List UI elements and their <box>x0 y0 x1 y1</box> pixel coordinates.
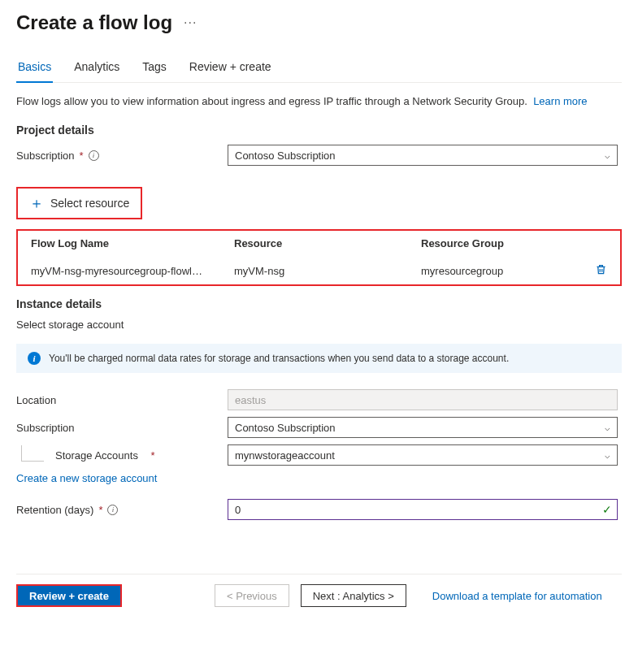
retention-value: 0 <box>235 504 241 516</box>
instance-subscription-label: Subscription <box>16 422 75 434</box>
col-resource-group: Resource Group <box>421 237 586 249</box>
select-resource-label: Select resource <box>50 197 129 210</box>
retention-label: Retention (days) <box>16 504 93 516</box>
retention-input[interactable]: 0 ✓ <box>228 499 618 520</box>
tab-tags[interactable]: Tags <box>141 55 168 82</box>
review-create-button[interactable]: Review + create <box>16 584 122 607</box>
create-storage-link[interactable]: Create a new storage account <box>16 472 157 484</box>
subscription-value: Contoso Subscription <box>235 150 336 162</box>
subscription-label: Subscription <box>16 150 75 162</box>
description-text: Flow logs allow you to view information … <box>16 95 527 107</box>
instance-details-heading: Instance details <box>16 297 622 310</box>
trash-icon <box>595 263 607 275</box>
col-flowlog-name: Flow Log Name <box>31 237 234 249</box>
more-actions-icon[interactable]: ··· <box>184 15 197 30</box>
required-indicator: * <box>80 150 84 162</box>
info-message: You'll be charged normal data rates for … <box>49 353 509 364</box>
learn-more-link[interactable]: Learn more <box>533 95 587 107</box>
chevron-down-icon: ⌵ <box>605 423 610 433</box>
storage-accounts-value: mynwstorageaccount <box>235 449 335 462</box>
tab-bar: Basics Analytics Tags Review + create <box>16 55 622 83</box>
select-resource-button[interactable]: ＋ Select resource <box>16 187 142 219</box>
location-label: Location <box>16 394 56 406</box>
location-field: eastus <box>228 389 618 410</box>
info-icon: i <box>28 352 41 365</box>
cell-resource: myVM-nsg <box>234 265 421 277</box>
check-icon: ✓ <box>602 503 612 516</box>
next-button[interactable]: Next : Analytics > <box>301 584 406 607</box>
storage-accounts-dropdown[interactable]: mynwstorageaccount ⌵ <box>228 444 618 466</box>
subscription-dropdown[interactable]: Contoso Subscription ⌵ <box>228 145 618 166</box>
cell-resource-group: myresourcegroup <box>421 265 586 277</box>
project-details-heading: Project details <box>16 124 622 137</box>
info-icon[interactable]: i <box>107 505 118 515</box>
tab-analytics[interactable]: Analytics <box>72 55 121 82</box>
col-resource: Resource <box>234 237 421 249</box>
delete-row-button[interactable] <box>586 263 607 278</box>
storage-accounts-label: Storage Accounts <box>55 449 138 462</box>
required-indicator: * <box>98 504 102 516</box>
table-row: myVM-nsg-myresourcegroup-flowl… myVM-nsg… <box>18 257 620 284</box>
info-bar: i You'll be charged normal data rates fo… <box>16 344 622 373</box>
tab-basics[interactable]: Basics <box>16 55 53 83</box>
info-icon[interactable]: i <box>89 150 99 161</box>
location-value: eastus <box>235 394 266 406</box>
cell-flowlog-name: myVM-nsg-myresourcegroup-flowl… <box>31 265 234 277</box>
plus-icon: ＋ <box>29 197 44 209</box>
required-indicator: * <box>151 449 155 462</box>
previous-button: < Previous <box>215 584 289 607</box>
instance-subscription-value: Contoso Subscription <box>235 422 336 434</box>
instance-subscription-dropdown[interactable]: Contoso Subscription ⌵ <box>228 417 618 438</box>
tab-review-create[interactable]: Review + create <box>188 55 273 82</box>
page-description: Flow logs allow you to view information … <box>16 94 622 109</box>
resource-table: Flow Log Name Resource Resource Group my… <box>16 229 622 286</box>
download-template-link[interactable]: Download a template for automation <box>432 590 602 602</box>
select-storage-text: Select storage account <box>16 319 622 331</box>
chevron-down-icon: ⌵ <box>605 150 610 161</box>
chevron-down-icon: ⌵ <box>605 450 610 461</box>
page-title: Create a flow log <box>16 11 172 34</box>
tree-connector <box>21 445 44 462</box>
